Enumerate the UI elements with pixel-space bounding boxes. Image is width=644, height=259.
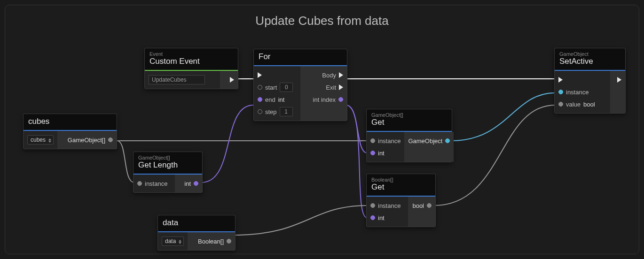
exit-flow-port[interactable] (339, 84, 343, 90)
node-graph-canvas[interactable]: Update Cubes from data Event Custom Even… (5, 5, 639, 254)
node-title: data (163, 218, 230, 228)
node-title: For (259, 52, 342, 61)
instance-port[interactable] (370, 138, 375, 143)
node-subtitle: Event (149, 51, 233, 57)
node-subtitle: GameObject (559, 51, 620, 57)
node-title: cubes (28, 117, 112, 126)
node-for[interactable]: For start 0 end int step 1 (253, 49, 347, 121)
node-subtitle: GameObject[] (371, 112, 447, 118)
node-title: Custom Event (149, 57, 233, 66)
step-value-field[interactable]: 1 (280, 107, 293, 116)
node-title: SetActive (559, 57, 620, 66)
graph-title: Update Cubes from data (5, 14, 639, 28)
node-cubes-var[interactable]: cubes cubes GameObject[] (23, 114, 117, 149)
index-port[interactable] (370, 215, 375, 220)
step-port[interactable] (258, 109, 262, 114)
output-port[interactable] (227, 239, 231, 244)
flow-out-port[interactable] (230, 77, 234, 83)
var-dropdown[interactable]: cubes (27, 135, 54, 145)
flow-out-port[interactable] (617, 77, 621, 83)
index-out-port[interactable] (338, 97, 343, 102)
output-port[interactable] (427, 203, 432, 208)
instance-port[interactable] (137, 181, 142, 186)
start-port[interactable] (258, 85, 262, 90)
output-port[interactable] (108, 137, 113, 142)
node-get-gameobject[interactable]: GameObject[] Get instance int GameObject (366, 109, 452, 162)
node-set-active[interactable]: GameObject SetActive instance value bool (554, 48, 626, 114)
node-subtitle: Boolean[] (371, 177, 431, 183)
output-port[interactable] (445, 138, 450, 143)
node-data-var[interactable]: data data Boolean[] (157, 215, 236, 251)
output-port[interactable] (194, 181, 198, 186)
node-subtitle: GameObject[] (138, 155, 197, 160)
node-title: Get Length (138, 160, 197, 170)
index-port[interactable] (370, 151, 375, 155)
body-flow-port[interactable] (339, 72, 343, 78)
start-value-field[interactable]: 0 (280, 83, 293, 92)
node-title: Get (371, 183, 431, 192)
var-dropdown[interactable]: data (162, 236, 184, 246)
value-port[interactable] (558, 102, 563, 107)
flow-in-port[interactable] (258, 72, 262, 78)
end-port[interactable] (258, 97, 262, 102)
instance-port[interactable] (558, 90, 563, 94)
node-custom-event[interactable]: Event Custom Event UpdateCubes (144, 48, 238, 89)
event-name-field[interactable]: UpdateCubes (149, 75, 205, 84)
node-get-boolean[interactable]: Boolean[] Get instance int bool (366, 174, 436, 227)
node-title: Get (371, 118, 447, 127)
node-get-length[interactable]: GameObject[] Get Length instance int (133, 152, 203, 193)
instance-port[interactable] (370, 203, 375, 208)
flow-in-port[interactable] (558, 77, 563, 83)
